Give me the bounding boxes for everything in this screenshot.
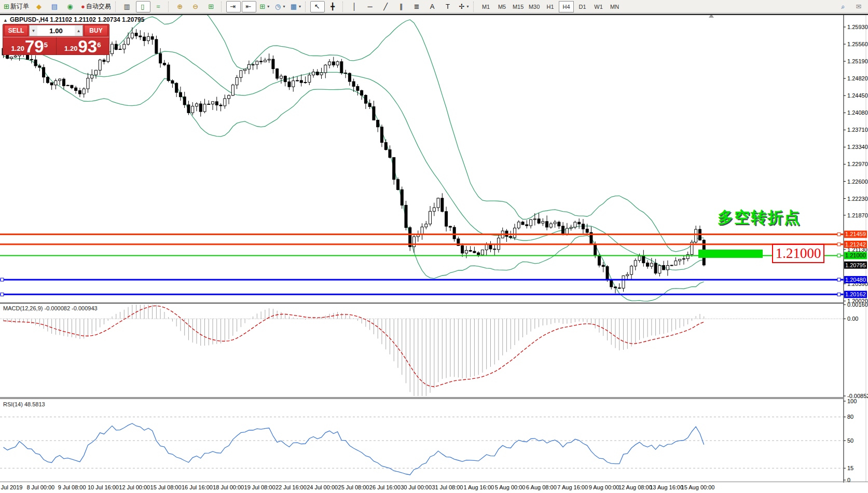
buy-button[interactable]: BUY	[84, 25, 108, 36]
profiles-button[interactable]: ◷▾	[273, 1, 287, 12]
auto-scroll-button[interactable]: ⇥	[226, 1, 241, 12]
candle-bull	[695, 229, 697, 242]
candle-bear	[272, 59, 274, 69]
candle-bear	[179, 92, 182, 97]
market-watch-button[interactable]: ▤	[48, 1, 62, 12]
level-line-handle[interactable]	[837, 243, 841, 246]
timeframe-h1-button[interactable]: H1	[543, 1, 558, 12]
timeframe-mn-button[interactable]: MN	[607, 1, 622, 12]
level-line-handle[interactable]	[1, 278, 4, 281]
trendline-button[interactable]: ╱	[379, 1, 393, 12]
y-axis-tick-label: 1.22970	[847, 161, 868, 167]
chart-annotation-text[interactable]: 多空转折点	[718, 207, 801, 228]
candle-bull	[433, 208, 435, 211]
collapse-one-click-icon[interactable]: ▲	[3, 18, 8, 23]
highlight-rectangle[interactable]	[698, 250, 763, 258]
candle-bull	[123, 44, 126, 49]
sell-price-pip: 5	[44, 37, 48, 53]
timeframe-w1-button[interactable]: W1	[591, 1, 606, 12]
cursor-button[interactable]: ↖	[310, 1, 325, 12]
candle-bull	[66, 85, 69, 86]
candle-bear	[361, 90, 363, 95]
y-axis-tick-label: 1.21870	[847, 212, 868, 218]
candle-bear	[373, 106, 375, 120]
autotrading-button[interactable]: ●自动交易	[79, 1, 113, 12]
x-axis-label: 25 Jul 08:00	[338, 484, 369, 490]
buy-price[interactable]: 1.20 93 6	[57, 37, 109, 55]
level-line-handle[interactable]	[837, 293, 841, 296]
macd-rsi-splitter[interactable]	[0, 397, 844, 399]
text-label-button[interactable]: T	[441, 1, 456, 12]
candle-bear	[38, 66, 41, 67]
sell-price[interactable]: 1.20 79 5	[3, 37, 57, 55]
timeframe-m15-button[interactable]: M15	[511, 1, 526, 12]
main-macd-splitter[interactable]	[0, 303, 844, 304]
candle-bull	[320, 73, 323, 75]
sell-button[interactable]: SELL	[4, 25, 28, 36]
volume-down-button[interactable]: ▼	[30, 25, 37, 36]
signals-icon: ◉	[67, 3, 73, 10]
candle-bull	[208, 104, 210, 104]
new-chart-button[interactable]: ⊞▾	[257, 1, 272, 12]
horizontal-line-button[interactable]: ─	[363, 1, 378, 12]
candle-bear	[143, 37, 146, 40]
level-line-handle[interactable]	[837, 232, 841, 236]
chat-button[interactable]: ✉	[852, 1, 866, 12]
templates-button[interactable]: ▦▾	[288, 1, 303, 12]
y-axis-tick-label: 1.25930	[847, 24, 868, 30]
autotrading-button-label: 自动交易	[86, 2, 111, 11]
candle-bear	[380, 127, 383, 143]
dropdown-arrow-icon: ▾	[467, 4, 469, 9]
candle-bull	[485, 244, 488, 250]
timeframe-m1-button[interactable]: M1	[478, 1, 493, 12]
sell-price-big: 79	[25, 39, 44, 54]
signals-button[interactable]: ◉	[63, 1, 78, 12]
line-chart-button[interactable]: ≈	[151, 1, 166, 12]
candle-bull	[147, 37, 149, 41]
rsi-pane[interactable]	[0, 417, 844, 475]
zoom-out-button[interactable]: ⊖	[189, 1, 203, 12]
vertical-line-button[interactable]: │	[348, 1, 362, 12]
zoom-in-button[interactable]: ⊕	[173, 1, 188, 12]
tile-windows-button[interactable]: ⊞	[204, 1, 219, 12]
search-button[interactable]: ⌕	[836, 1, 851, 12]
text-button[interactable]: A	[425, 1, 440, 12]
timeframe-m5-button[interactable]: M5	[494, 1, 509, 12]
fibonacci-button[interactable]: ≣	[410, 1, 424, 12]
candle-bull	[244, 69, 246, 71]
macd-axis-label: 0.00	[847, 316, 858, 322]
fibonacci-icon: ≣	[414, 3, 420, 10]
eraser-button[interactable]: ◆	[32, 1, 47, 12]
level-line-handle[interactable]	[837, 254, 841, 257]
timeframe-m30-button[interactable]: M30	[527, 1, 542, 12]
price-level-callout[interactable]: 1.21000	[772, 244, 824, 263]
chart-canvas[interactable]: 1.259301.255601.251901.248201.244501.240…	[0, 0, 868, 493]
macd-pane[interactable]	[0, 305, 844, 396]
candle-bear	[364, 95, 367, 104]
chart-shift-button[interactable]: ⇤	[242, 1, 256, 12]
candle-bull	[82, 89, 85, 94]
x-axis-label: 8 Jul 00:00	[26, 484, 54, 490]
crosshair-button[interactable]: ╋	[326, 1, 340, 12]
new-order-button[interactable]: ⊞新订单	[2, 1, 31, 12]
candle-bear	[284, 76, 286, 82]
timeframe-d1-button[interactable]: D1	[575, 1, 590, 12]
candle-bull	[542, 222, 544, 223]
candle-bull	[99, 60, 101, 71]
candle-bear	[215, 102, 218, 105]
x-axis-label: 31 Jul 08:00	[432, 484, 463, 490]
candle-bull	[228, 95, 230, 99]
candle-bear	[135, 33, 137, 36]
level-line-handle[interactable]	[1, 293, 4, 296]
volume-input[interactable]	[37, 26, 75, 35]
candle-bull	[658, 265, 661, 273]
bar-chart-button[interactable]: ▥	[120, 1, 135, 12]
candle-bull	[268, 59, 270, 60]
volume-up-button[interactable]: ▲	[75, 25, 82, 36]
candle-bull	[87, 78, 89, 89]
equidistant-channel-button[interactable]: ∥	[394, 1, 409, 12]
level-line-handle[interactable]	[837, 278, 841, 281]
candlestick-chart-button[interactable]: ▯	[136, 1, 150, 12]
arrows-button[interactable]: ✢▾	[457, 1, 471, 12]
timeframe-h4-button[interactable]: H4	[559, 1, 574, 12]
